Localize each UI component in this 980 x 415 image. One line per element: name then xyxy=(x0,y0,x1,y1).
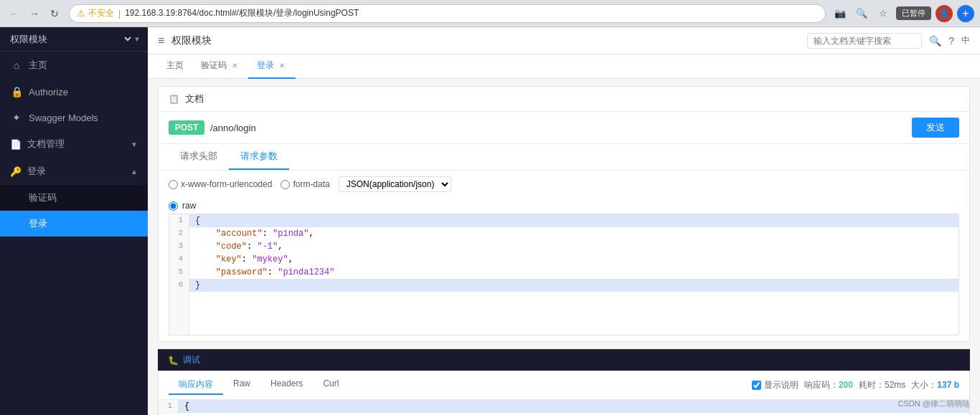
file-mgmt-icon: 📄 xyxy=(10,139,22,150)
sidebar-label-home: 主页 xyxy=(29,59,47,72)
sidebar-label-login-group: 登录 xyxy=(27,165,46,178)
sidebar-header[interactable]: 权限模块 ▼ xyxy=(0,27,148,52)
sidebar-item-authorize[interactable]: 🔒 Authorize xyxy=(0,79,148,105)
top-search-input[interactable] xyxy=(807,33,922,49)
method-badge: POST xyxy=(169,120,204,135)
refresh-button[interactable]: ↻ xyxy=(46,5,63,22)
tab-verify-code[interactable]: 验证码 ✕ xyxy=(192,54,248,79)
browser-chrome: ← → ↻ ⚠ 不安全 | 192.168.3.19:8764/doc.html… xyxy=(0,0,980,27)
nav-buttons: ← → ↻ xyxy=(6,5,63,22)
response-tabs: 响应内容 Raw Headers Curl xyxy=(169,376,349,395)
add-button[interactable]: + xyxy=(957,5,974,22)
watermark: CSDN @律二萌萌哒 xyxy=(898,399,970,409)
module-dropdown[interactable]: 权限模块 xyxy=(7,33,133,45)
send-button[interactable]: 发送 xyxy=(912,118,959,138)
main-content: ≡ 权限模块 🔍 ? 中 主页 验证码 ✕ 登录 ✕ xyxy=(148,27,980,415)
body-type-urlencoded[interactable]: x-www-form-urlencoded xyxy=(169,179,272,189)
profile-button[interactable]: 👤 xyxy=(936,5,953,22)
body-type-formdata[interactable]: form-data xyxy=(281,179,329,189)
browser-search-btn[interactable]: 🔍 xyxy=(853,5,870,22)
app-container: 权限模块 ▼ ⌂ 主页 🔒 Authorize ✦ Swagger Models… xyxy=(0,27,980,415)
status-label: 响应码： xyxy=(804,380,839,390)
address-bar[interactable]: ⚠ 不安全 | 192.168.3.19:8764/doc.html#/权限模块… xyxy=(69,4,826,23)
show-desc-toggle[interactable]: 显示说明 xyxy=(752,379,798,391)
top-search-btn[interactable]: 🔍 xyxy=(929,35,941,47)
not-secure-label: 不安全 xyxy=(88,7,114,19)
top-title: 权限模块 xyxy=(171,34,212,47)
doc-panel-header: 📋 文档 xyxy=(159,87,969,112)
request-code-editor[interactable]: 1 { 2 "account": "pinda", 3 "code": "-1"… xyxy=(169,214,959,335)
sidebar-item-home[interactable]: ⌂ 主页 xyxy=(0,52,148,79)
status-code: 200 xyxy=(839,380,853,390)
login-label: 登录 xyxy=(29,218,47,229)
sidebar: 权限模块 ▼ ⌂ 主页 🔒 Authorize ✦ Swagger Models… xyxy=(0,27,148,415)
show-desc-checkbox[interactable] xyxy=(752,381,761,390)
response-tab-curl[interactable]: Curl xyxy=(313,376,349,395)
response-code: 1 { 2 "code": 40006, 3 "data": null, 4 "… xyxy=(159,400,969,415)
code-line-3: 3 "code": "-1", xyxy=(169,240,958,253)
code-line-6: 6 } xyxy=(169,279,958,292)
code-line-empty1 xyxy=(169,292,958,306)
browser-star-btn[interactable]: ☆ xyxy=(875,5,892,22)
code-line-empty3 xyxy=(169,320,958,335)
sidebar-label-swagger-models: Swagger Models xyxy=(29,113,98,123)
sidebar-item-login-group[interactable]: 🔑 登录 ▲ xyxy=(0,158,148,185)
tabs-bar: 主页 验证码 ✕ 登录 ✕ xyxy=(148,54,980,79)
response-meta: 显示说明 响应码：200 耗时：52ms 大小：137 b xyxy=(752,379,959,391)
raw-label: raw xyxy=(182,201,196,211)
doc-panel: 📋 文档 POST /anno/login 发送 请求头部 请求参数 xyxy=(158,86,970,342)
login-group-arrow-icon: ▲ xyxy=(131,168,138,176)
browser-actions: 📷 🔍 ☆ 已暂停 👤 + xyxy=(831,5,974,22)
body-type-row: x-www-form-urlencoded form-data JSON(app… xyxy=(159,171,969,198)
code-line-2: 2 "account": "pinda", xyxy=(169,227,958,240)
url-text: 192.168.3.19:8764/doc.html#/权限模块/登录/logi… xyxy=(125,7,359,19)
tab-login[interactable]: 登录 ✕ xyxy=(248,54,296,79)
tab-verify-code-label: 验证码 xyxy=(201,59,227,72)
top-bar: ≡ 权限模块 🔍 ? 中 xyxy=(148,27,980,54)
size-value: 137 b xyxy=(937,380,959,390)
back-button[interactable]: ← xyxy=(6,5,23,22)
debug-panel[interactable]: 🐛 调试 xyxy=(158,349,970,371)
menu-icon[interactable]: ≡ xyxy=(158,34,164,47)
sidebar-item-swagger-models[interactable]: ✦ Swagger Models xyxy=(0,105,148,130)
tab-verify-code-close[interactable]: ✕ xyxy=(230,61,240,71)
sidebar-sub-items: 验证码 登录 xyxy=(0,185,148,237)
response-tab-raw[interactable]: Raw xyxy=(223,376,260,395)
code-line-5: 5 "password": "pinda1234" xyxy=(169,266,958,279)
response-tab-headers[interactable]: Headers xyxy=(260,376,313,395)
show-desc-label: 显示说明 xyxy=(764,379,798,391)
urlencoded-label: x-www-form-urlencoded xyxy=(181,179,272,189)
doc-icon: 📋 xyxy=(169,94,179,104)
dropdown-arrow-icon: ▼ xyxy=(133,35,141,43)
home-icon: ⌂ xyxy=(10,59,23,71)
tab-home[interactable]: 主页 xyxy=(158,54,192,79)
login-group-icon: 🔑 xyxy=(10,166,22,177)
code-line-1: 1 { xyxy=(169,214,958,227)
warning-icon: ⚠ xyxy=(77,8,85,19)
lock-icon: 🔒 xyxy=(10,86,23,97)
req-tab-headers[interactable]: 请求头部 xyxy=(169,144,229,170)
json-select[interactable]: JSON(application/json) xyxy=(339,176,451,192)
models-icon: ✦ xyxy=(10,112,23,123)
raw-radio[interactable] xyxy=(169,201,178,211)
response-tab-content[interactable]: 响应内容 xyxy=(169,376,223,395)
forward-button[interactable]: → xyxy=(26,5,43,22)
lang-button[interactable]: 中 xyxy=(961,34,970,47)
top-help-btn[interactable]: ? xyxy=(948,35,954,47)
debug-icon: 🐛 xyxy=(168,356,179,366)
debug-label: 调试 xyxy=(183,354,200,366)
paused-button[interactable]: 已暂停 xyxy=(896,6,931,20)
content-area: 📋 文档 POST /anno/login 发送 请求头部 请求参数 xyxy=(148,79,980,415)
file-mgmt-arrow-icon: ▼ xyxy=(131,140,138,148)
sidebar-item-login[interactable]: 登录 xyxy=(0,211,148,237)
status-badge: 响应码：200 xyxy=(804,379,853,391)
response-section: 响应内容 Raw Headers Curl 显示说明 响应码：200 xyxy=(158,371,970,415)
browser-screenshot-btn[interactable]: 📷 xyxy=(831,5,849,22)
req-tab-params[interactable]: 请求参数 xyxy=(229,144,289,170)
api-path: /anno/login xyxy=(210,123,906,133)
sidebar-item-file-mgmt[interactable]: 📄 文档管理 ▼ xyxy=(0,130,148,158)
tab-login-close[interactable]: ✕ xyxy=(277,61,287,71)
sidebar-item-verify-code[interactable]: 验证码 xyxy=(0,185,148,211)
code-line-empty2 xyxy=(169,306,958,320)
size-info: 大小：137 b xyxy=(911,379,959,391)
